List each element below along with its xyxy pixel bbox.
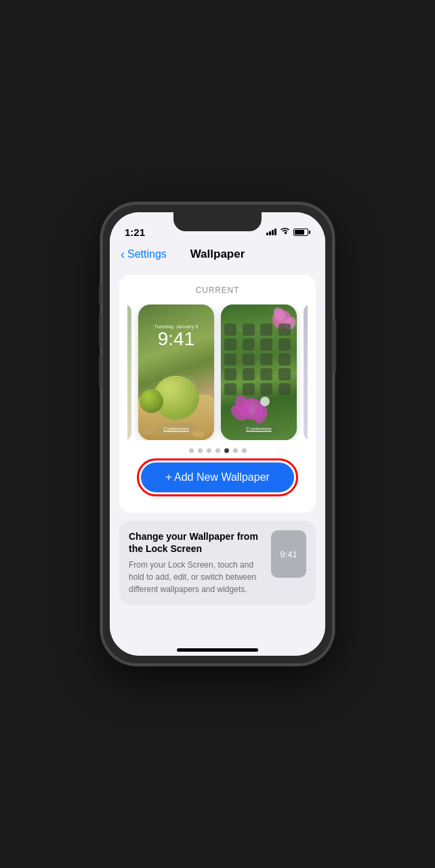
info-text-block: Change your Wallpaper from the Lock Scre… xyxy=(129,530,263,595)
wallpaper-previews: Tuesday, January 9 9:41 Customize xyxy=(127,304,308,440)
page-title: Wallpaper xyxy=(190,248,245,261)
home-screen-image: Customize xyxy=(221,304,297,440)
home-screen-preview[interactable]: Customize xyxy=(221,304,297,440)
power-button xyxy=(333,319,336,373)
info-title: Change your Wallpaper from the Lock Scre… xyxy=(129,530,263,555)
dot-6 xyxy=(233,448,238,453)
lock-screen-image: Tuesday, January 9 9:41 Customize xyxy=(138,304,214,440)
info-description: From your Lock Screen, touch and hold to… xyxy=(129,559,263,595)
dot-4 xyxy=(215,448,220,453)
dot-7 xyxy=(242,448,247,453)
info-preview-thumbnail: 9:41 xyxy=(271,530,306,578)
lock-screen-preview[interactable]: Tuesday, January 9 9:41 Customize xyxy=(138,304,214,440)
phone-frame: 1:21 xyxy=(102,203,333,665)
mute-button xyxy=(99,285,102,305)
annotation-ring xyxy=(137,458,298,496)
signal-icon xyxy=(266,229,276,235)
nav-bar: ‹ Settings Wallpaper xyxy=(110,242,325,267)
info-preview-time: 9:41 xyxy=(280,549,297,559)
back-label: Settings xyxy=(127,248,167,260)
add-wallpaper-wrapper: + Add New Wallpaper xyxy=(141,462,294,492)
wifi-icon xyxy=(280,227,290,237)
info-card: Change your Wallpaper from the Lock Scre… xyxy=(119,521,316,605)
chevron-left-icon: ‹ xyxy=(121,248,125,262)
dot-3 xyxy=(207,448,211,453)
volume-down-button xyxy=(99,354,102,388)
current-label: CURRENT xyxy=(196,285,239,295)
home-customize-button[interactable]: Customize xyxy=(241,423,277,435)
app-grid xyxy=(224,323,293,395)
volume-up-button xyxy=(99,313,102,347)
dot-2 xyxy=(198,448,203,453)
dot-1 xyxy=(189,448,194,453)
phone-screen: 1:21 xyxy=(110,212,325,656)
lock-customize-button[interactable]: Customize xyxy=(158,423,194,435)
battery-icon xyxy=(293,229,310,236)
main-content: CURRENT xyxy=(110,267,325,656)
status-icons xyxy=(266,227,310,237)
dot-5-active xyxy=(224,448,229,453)
lock-time: 9:41 xyxy=(138,330,214,349)
notch xyxy=(173,212,262,231)
wallpaper-card: CURRENT xyxy=(119,275,316,513)
status-time: 1:21 xyxy=(125,226,145,238)
home-indicator[interactable] xyxy=(177,648,258,652)
page-indicator xyxy=(189,448,247,453)
back-button[interactable]: ‹ Settings xyxy=(121,248,167,262)
